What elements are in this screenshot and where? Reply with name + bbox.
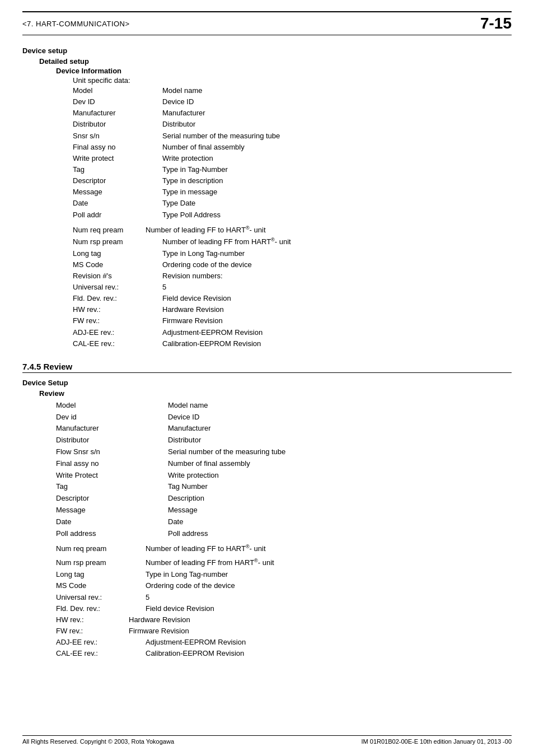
rev-sub-value: 5: [162, 282, 166, 293]
unit-value: Type in message: [162, 186, 217, 198]
unit-value: Serial number of the measuring tube: [162, 130, 280, 142]
unit-value: Type in description: [162, 175, 223, 186]
rev-sub-value: Firmware Revision: [162, 315, 223, 326]
header-bar: <7. HART-COMMUNICATION> 7-15: [22, 11, 512, 35]
unit-specific-label: Unit specific data:: [73, 76, 512, 85]
review-heading: 7.4.5 Review: [22, 362, 512, 373]
review-row-label: Manufacturer: [56, 423, 168, 435]
review-hw-rev-row: HW rev.: Hardware Revision: [56, 614, 512, 626]
review-data-row: TagTag Number: [56, 481, 512, 493]
review-num-rsp-pream-row: Num rsp pream Number of leading FF from …: [56, 557, 512, 569]
review-row-label: Descriptor: [56, 493, 168, 505]
detailed-setup-label: Detailed setup: [39, 57, 512, 66]
review-row-label: Flow Snsr s/n: [56, 446, 168, 458]
review-data-row: ModelModel name: [56, 400, 512, 412]
review-row-label: Message: [56, 505, 168, 516]
rev-detail-row: ADJ-EE rev.:Adjustment-EEPROM Revision: [73, 327, 512, 338]
review-row-value: Serial number of the measuring tube: [168, 446, 285, 458]
review-data-row: ManufacturerManufacturer: [56, 423, 512, 435]
review-row-label: Dev id: [56, 412, 168, 423]
unit-label: Distributor: [73, 119, 162, 130]
review-data-row: Dev idDevice ID: [56, 412, 512, 423]
unit-data-row: ManufacturerManufacturer: [73, 108, 512, 119]
review-data-row: DistributorDistributor: [56, 435, 512, 446]
review-fw-rev-value: Firmware Revision: [129, 626, 189, 637]
unit-data-row: Snsr s/nSerial number of the measuring t…: [73, 130, 512, 142]
review-rev-block: Long tag Type in Long Tag-number MS Code…: [56, 569, 512, 659]
unit-label: Date: [73, 198, 162, 209]
revision-row: Revision #'s Revision numbers:: [73, 270, 512, 282]
page: <7. HART-COMMUNICATION> 7-15 Device setu…: [0, 0, 534, 693]
review-row-label: Poll address: [56, 528, 168, 540]
review-section: Device Setup Review ModelModel nameDev i…: [22, 379, 512, 660]
long-tag-label: Long tag: [73, 248, 162, 259]
review-long-tag-value: Type in Long Tag-number: [146, 569, 228, 580]
review-adj-ee-value: Adjustment-EEPROM Revision: [146, 637, 246, 648]
rev-sub-label: FW rev.:: [73, 315, 162, 326]
num-req-pream-value: Number of leading FF to HART®- unit: [146, 224, 266, 236]
unit-data-rows: ModelModel nameDev IDDevice IDManufactur…: [73, 85, 512, 221]
review-row-value: Tag Number: [168, 481, 208, 493]
review-data-row: Write ProtectWrite protection: [56, 470, 512, 482]
rev-sub-value: Hardware Revision: [162, 304, 224, 315]
review-num-req-pream-row: Num req pream Number of leading FF to HA…: [56, 543, 512, 555]
review-row-value: Message: [168, 505, 198, 516]
unit-value: Manufacturer: [162, 108, 205, 119]
review-cal-ee-value: Calibration-EEPROM Revision: [146, 648, 244, 659]
unit-label: Model: [73, 85, 162, 96]
long-tag-value: Type in Long Tag-number: [162, 248, 245, 259]
review-row-value: Description: [168, 493, 204, 505]
rev-sub-label: Universal rev.:: [73, 282, 162, 293]
unit-data-row: MessageType in message: [73, 186, 512, 198]
review-data-row: Flow Snsr s/nSerial number of the measur…: [56, 446, 512, 458]
review-data-row: DescriptorDescription: [56, 493, 512, 505]
ms-code-row: MS Code Ordering code of the device: [73, 259, 512, 270]
review-fw-rev-label: FW rev.:: [56, 626, 129, 637]
review-fld-dev-rev-label: Fld. Dev. rev.:: [56, 603, 146, 614]
num-req-pream-row: Num req pream Number of leading FF to HA…: [73, 224, 512, 236]
review-data-row: DateDate: [56, 516, 512, 528]
unit-value: Distributor: [162, 119, 195, 130]
review-fld-dev-rev-value: Field device Revision: [146, 603, 214, 614]
review-cal-ee-label: CAL-EE rev.:: [56, 648, 146, 659]
unit-label: Snsr s/n: [73, 130, 162, 142]
footer-left: All Rights Reserved. Copyright © 2003, R…: [22, 738, 174, 745]
unit-label: Message: [73, 186, 162, 198]
review-row-label: Write Protect: [56, 470, 168, 482]
review-data-rows: ModelModel nameDev idDevice IDManufactur…: [56, 400, 512, 540]
review-data-row: Final assy noNumber of final assembly: [56, 458, 512, 470]
unit-data-row: Dev IDDevice ID: [73, 96, 512, 108]
revision-value: Revision numbers:: [162, 270, 223, 282]
num-rsp-pream-label: Num rsp pream: [73, 236, 162, 248]
unit-label: Tag: [73, 164, 162, 175]
unit-data-row: Poll addrType Poll Address: [73, 209, 512, 221]
unit-value: Type Poll Address: [162, 209, 221, 221]
header-page: 7-15: [480, 15, 512, 32]
unit-data-row: DescriptorType in description: [73, 175, 512, 186]
num-rsp-pream-value: Number of leading FF from HART®- unit: [162, 236, 291, 248]
rev-sub-value: Field device Revision: [162, 293, 231, 304]
review-hw-rev-label: HW rev.:: [56, 614, 129, 626]
device-setup-block: Device setup Detailed setup Device Infor…: [22, 46, 512, 349]
footer: All Rights Reserved. Copyright © 2003, R…: [22, 735, 512, 745]
rev-sub-label: HW rev.:: [73, 304, 162, 315]
review-adj-ee-row: ADJ-EE rev.: Adjustment-EEPROM Revision: [56, 637, 512, 648]
device-setup2-label: Device Setup: [22, 379, 512, 387]
review-row-label: Final assy no: [56, 458, 168, 470]
review-long-tag-label: Long tag: [56, 569, 146, 580]
ms-code-label: MS Code: [73, 259, 162, 270]
unit-label: Final assy no: [73, 142, 162, 153]
unit-data-row: DistributorDistributor: [73, 119, 512, 130]
rev-sub-value: Adjustment-EEPROM Revision: [162, 327, 263, 338]
rev-sub-rows: Universal rev.:5Fld. Dev. rev.:Field dev…: [73, 282, 512, 349]
ms-code-value: Ordering code of the device: [162, 259, 252, 270]
device-setup-label: Device setup: [22, 46, 512, 55]
footer-right: IM 01R01B02-00E-E 10th edition January 0…: [362, 738, 512, 745]
unit-data-row: Final assy noNumber of final assembly: [73, 142, 512, 153]
unit-label: Write protect: [73, 153, 162, 164]
rev-detail-row: HW rev.:Hardware Revision: [73, 304, 512, 315]
review-label: Review: [39, 389, 512, 398]
review-row-value: Manufacturer: [168, 423, 211, 435]
unit-value: Model name: [162, 85, 203, 96]
review-num-rsp-pream-value: Number of leading FF from HART®- unit: [146, 557, 274, 569]
